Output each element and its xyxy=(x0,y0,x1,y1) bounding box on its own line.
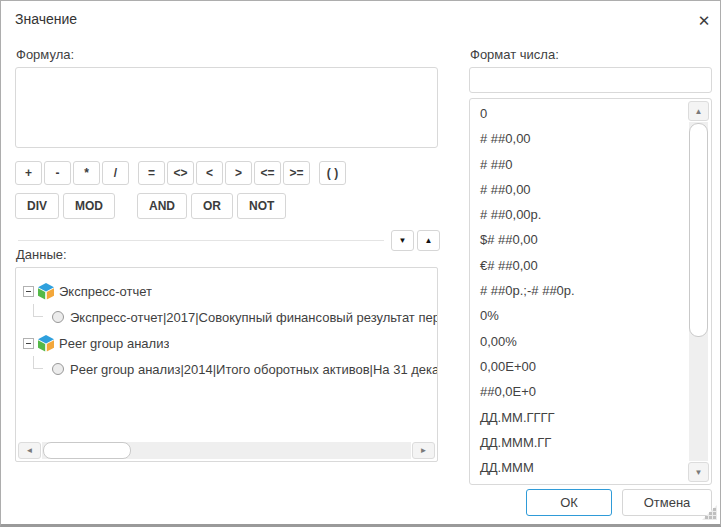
resize-grip-icon[interactable] xyxy=(702,505,717,520)
mod-button[interactable]: MOD xyxy=(63,193,115,219)
horizontal-scrollbar[interactable]: ◄ ► xyxy=(18,442,435,459)
radio-icon[interactable] xyxy=(52,363,64,375)
format-option[interactable]: # ##0,00 xyxy=(470,177,685,202)
formula-label: Формула: xyxy=(16,47,74,62)
operator-greater-button[interactable]: > xyxy=(225,161,252,185)
format-option[interactable]: 0% xyxy=(470,303,685,328)
format-option[interactable]: ДД.МММ xyxy=(470,455,685,480)
collapse-icon[interactable] xyxy=(23,338,34,349)
vertical-scroll-thumb[interactable] xyxy=(689,123,708,337)
triangle-up-icon: ▲ xyxy=(425,236,433,245)
operator-less-button[interactable]: < xyxy=(196,161,223,185)
format-option[interactable]: ##0,0E+0 xyxy=(470,379,685,404)
operator-equals-button[interactable]: = xyxy=(138,161,165,185)
tree-group-label: Экспресс-отчет xyxy=(59,284,152,299)
format-option[interactable]: # ##0 xyxy=(470,152,685,177)
data-tree: Экспресс-отчет Экспресс-отчет|2017|Совок… xyxy=(15,267,438,462)
tree-connector-line xyxy=(33,356,43,369)
operator-multiply-button[interactable]: * xyxy=(73,161,100,185)
tree-item-peer-group-2014[interactable]: Peer group анализ|2014|Итого оборотных а… xyxy=(16,356,437,382)
tree-item-label: Peer group анализ|2014|Итого оборотных а… xyxy=(70,362,437,377)
data-label: Данные: xyxy=(16,247,67,262)
format-option[interactable]: €# ##0,00 xyxy=(470,253,685,278)
move-down-button[interactable]: ▼ xyxy=(391,230,414,251)
number-format-input[interactable] xyxy=(469,67,712,93)
horizontal-scroll-thumb[interactable] xyxy=(43,442,131,459)
format-option[interactable]: 0,00% xyxy=(470,329,685,354)
format-option[interactable]: 0,00E+00 xyxy=(470,354,685,379)
formula-input[interactable] xyxy=(15,67,438,148)
format-option[interactable]: # ##0р.;-# ##0р. xyxy=(470,278,685,303)
triangle-down-icon: ▼ xyxy=(399,236,407,245)
operator-greater-equal-button[interactable]: >= xyxy=(283,161,310,185)
close-icon[interactable]: ✕ xyxy=(691,8,717,34)
format-option[interactable]: $# ##0,00 xyxy=(470,227,685,252)
dialog-title: Значение xyxy=(15,11,77,27)
operator-not-equal-button[interactable]: <> xyxy=(167,161,194,185)
tree-connector-line xyxy=(33,304,43,317)
ok-button[interactable]: ОК xyxy=(526,489,612,516)
format-option[interactable]: # ##0,00 xyxy=(470,126,685,151)
not-button[interactable]: NOT xyxy=(237,193,286,219)
scroll-left-icon[interactable]: ◄ xyxy=(18,442,41,459)
scroll-down-icon[interactable]: ▼ xyxy=(688,462,709,482)
separator-line xyxy=(18,240,384,241)
and-button[interactable]: AND xyxy=(137,193,187,219)
operators-row-2: DIV MOD AND OR NOT xyxy=(15,193,290,219)
operator-divide-button[interactable]: / xyxy=(102,161,129,185)
operators-row-1: + - * / = <> < > <= >= ( ) xyxy=(15,161,348,185)
tree-group-express-report[interactable]: Экспресс-отчет xyxy=(16,278,437,304)
cube-icon xyxy=(37,335,55,352)
operator-less-equal-button[interactable]: <= xyxy=(254,161,281,185)
operator-parentheses-button[interactable]: ( ) xyxy=(319,161,346,185)
collapse-icon[interactable] xyxy=(23,286,34,297)
format-option[interactable]: # ##0,00р. xyxy=(470,202,685,227)
move-up-button[interactable]: ▲ xyxy=(417,230,440,251)
tree-item-label: Экспресс-отчет|2017|Совокупный финансовы… xyxy=(70,310,437,325)
vertical-scrollbar[interactable]: ▲ ▼ xyxy=(688,101,709,482)
tree-group-label: Peer group анализ xyxy=(59,336,169,351)
cube-icon xyxy=(37,283,55,300)
format-option[interactable]: ДД.МММ.ГГ xyxy=(470,430,685,455)
format-options-list: 0 # ##0,00 # ##0 # ##0,00 # ##0,00р. $# … xyxy=(469,98,712,485)
horizontal-scroll-track[interactable] xyxy=(42,442,411,459)
tree-item-express-report-2017[interactable]: Экспресс-отчет|2017|Совокупный финансовы… xyxy=(16,304,437,330)
div-button[interactable]: DIV xyxy=(15,193,59,219)
number-format-label: Формат числа: xyxy=(470,47,559,62)
cancel-button[interactable]: Отмена xyxy=(622,489,712,516)
value-dialog: Значение ✕ Формула: + - * / = <> < > <= … xyxy=(0,0,721,527)
operator-plus-button[interactable]: + xyxy=(15,161,42,185)
tree-group-peer-group-analysis[interactable]: Peer group анализ xyxy=(16,330,437,356)
vertical-scroll-track[interactable] xyxy=(689,122,708,461)
scroll-right-icon[interactable]: ► xyxy=(412,442,435,459)
format-option[interactable]: 0 xyxy=(470,101,685,126)
operator-minus-button[interactable]: - xyxy=(44,161,71,185)
radio-icon[interactable] xyxy=(52,311,64,323)
format-option[interactable]: ДД.ММ.ГГГГ xyxy=(470,405,685,430)
scroll-up-icon[interactable]: ▲ xyxy=(688,101,709,121)
or-button[interactable]: OR xyxy=(191,193,233,219)
